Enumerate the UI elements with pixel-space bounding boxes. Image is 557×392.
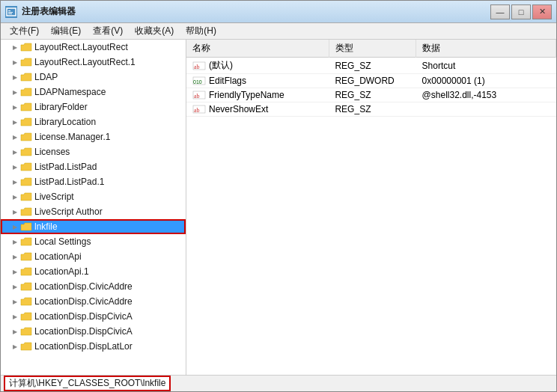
tree-item-label: LocationApi.1 bbox=[34, 266, 89, 277]
tree-item[interactable]: ▶lnkfile bbox=[1, 219, 186, 234]
tree-item-label: LibraryFolder bbox=[34, 102, 88, 112]
tree-item[interactable]: ▶LayoutRect.LayoutRect.1 bbox=[1, 55, 186, 70]
tree-item-label: ListPad.ListPad bbox=[34, 162, 97, 172]
tree-item[interactable]: ▶Licenses bbox=[1, 144, 186, 159]
registry-values[interactable]: 名称 类型 数据 ab(默认)REG_SZShortcut010EditFlag… bbox=[186, 40, 556, 375]
folder-icon bbox=[20, 192, 32, 202]
expand-icon[interactable]: ▶ bbox=[10, 147, 20, 157]
folder-icon bbox=[20, 281, 32, 292]
table-row[interactable]: 010EditFlagsREG_DWORD0x00000001 (1) bbox=[186, 74, 556, 88]
tree-item[interactable]: ▶LibraryFolder bbox=[1, 99, 186, 114]
tree-item-label: LocationDisp.DispCivicA bbox=[34, 311, 133, 322]
expand-icon[interactable]: ▶ bbox=[10, 42, 20, 52]
expand-icon[interactable]: ▶ bbox=[10, 72, 20, 82]
tree-item[interactable]: ▶LayoutRect.LayoutRect bbox=[1, 40, 186, 55]
maximize-button[interactable]: □ bbox=[511, 4, 531, 19]
menu-file[interactable]: 文件(F) bbox=[4, 23, 45, 39]
tree-item-label: LocationApi bbox=[34, 251, 82, 262]
expand-icon[interactable]: ▶ bbox=[10, 102, 20, 112]
tree-item[interactable]: ▶ListPad.ListPad bbox=[1, 159, 186, 174]
tree-item[interactable]: ▶LocationDisp.DispCivicA bbox=[1, 309, 186, 324]
expand-icon[interactable]: ▶ bbox=[10, 236, 20, 247]
folder-icon bbox=[20, 147, 32, 157]
svg-text:ab: ab bbox=[194, 107, 200, 114]
expand-icon[interactable]: ▶ bbox=[10, 117, 20, 127]
expand-icon[interactable]: ▶ bbox=[10, 311, 20, 322]
expand-icon[interactable]: ▶ bbox=[10, 162, 20, 172]
tree-item[interactable]: ▶LiveScript Author bbox=[1, 204, 186, 219]
table-row[interactable]: abNeverShowExtREG_SZ bbox=[186, 102, 556, 117]
expand-icon[interactable]: ▶ bbox=[10, 281, 20, 292]
expand-icon[interactable]: ▶ bbox=[10, 177, 20, 187]
tree-item[interactable]: ▶LiveScript bbox=[1, 189, 186, 204]
expand-icon[interactable]: ▶ bbox=[10, 221, 20, 232]
folder-icon bbox=[20, 251, 32, 262]
tree-item[interactable]: ▶License.Manager.1 bbox=[1, 129, 186, 144]
value-type: REG_DWORD bbox=[329, 74, 416, 88]
status-bar: 计算机\HKEY_CLASSES_ROOT\lnkfile bbox=[1, 375, 556, 391]
expand-icon[interactable]: ▶ bbox=[10, 132, 20, 142]
tree-item[interactable]: ▶LocationApi.1 bbox=[1, 264, 186, 279]
tree-item-label: LayoutRect.LayoutRect.1 bbox=[34, 57, 136, 67]
expand-icon[interactable]: ▶ bbox=[10, 87, 20, 97]
tree-item[interactable]: ▶LocationDisp.CivicAddre bbox=[1, 279, 186, 294]
col-data[interactable]: 数据 bbox=[416, 40, 556, 58]
col-name[interactable]: 名称 bbox=[186, 40, 329, 58]
value-data: @shell32.dll,-4153 bbox=[416, 88, 556, 102]
minimize-button[interactable]: — bbox=[490, 4, 510, 19]
col-type[interactable]: 类型 bbox=[329, 40, 416, 58]
tree-item-label: LocationDisp.CivicAddre bbox=[34, 296, 133, 307]
value-name: ab(默认) bbox=[186, 58, 329, 74]
expand-icon[interactable]: ▶ bbox=[10, 266, 20, 277]
tree-item[interactable]: ▶LocationDisp.DispLatLor bbox=[1, 339, 186, 354]
folder-icon bbox=[20, 162, 32, 172]
title-bar: 注册表编辑器 — □ ✕ bbox=[1, 1, 556, 23]
table-row[interactable]: abFriendlyTypeNameREG_SZ@shell32.dll,-41… bbox=[186, 88, 556, 102]
tree-item[interactable]: ▶Local Settings bbox=[1, 234, 186, 249]
expand-icon[interactable]: ▶ bbox=[10, 206, 20, 217]
tree-item[interactable]: ▶LocationApi bbox=[1, 249, 186, 264]
tree-item[interactable]: ▶ListPad.ListPad.1 bbox=[1, 174, 186, 189]
tree-item-label: LocationDisp.DispCivicA bbox=[34, 326, 133, 337]
folder-icon bbox=[20, 132, 32, 142]
value-type: REG_SZ bbox=[329, 58, 416, 74]
tree-item[interactable]: ▶LocationDisp.DispCivicA bbox=[1, 324, 186, 339]
tree-item-label: lnkfile bbox=[34, 221, 58, 232]
registry-path: 计算机\HKEY_CLASSES_ROOT\lnkfile bbox=[4, 376, 171, 391]
string-icon: ab bbox=[192, 61, 206, 71]
registry-tree[interactable]: ▶LayoutRect.LayoutRect▶LayoutRect.Layout… bbox=[1, 40, 186, 375]
expand-icon[interactable]: ▶ bbox=[10, 192, 20, 202]
close-button[interactable]: ✕ bbox=[532, 4, 552, 19]
string-icon: ab bbox=[192, 90, 206, 100]
tree-item[interactable]: ▶LibraryLocation bbox=[1, 114, 186, 129]
table-row[interactable]: ab(默认)REG_SZShortcut bbox=[186, 58, 556, 74]
value-name: abFriendlyTypeName bbox=[186, 88, 329, 102]
tree-item[interactable]: ▶LocationDisp.CivicAddre bbox=[1, 294, 186, 309]
value-data: Shortcut bbox=[416, 58, 556, 74]
value-name: abNeverShowExt bbox=[186, 102, 329, 117]
menu-view[interactable]: 查看(V) bbox=[87, 23, 129, 39]
expand-icon[interactable]: ▶ bbox=[10, 57, 20, 67]
folder-icon bbox=[20, 326, 32, 337]
string-icon: ab bbox=[192, 104, 206, 114]
app-icon bbox=[5, 6, 17, 18]
main-content: ▶LayoutRect.LayoutRect▶LayoutRect.Layout… bbox=[1, 40, 556, 375]
tree-item-label: LayoutRect.LayoutRect bbox=[34, 42, 128, 52]
expand-icon[interactable]: ▶ bbox=[10, 296, 20, 307]
tree-item-label: LDAP bbox=[34, 72, 58, 82]
expand-icon[interactable]: ▶ bbox=[10, 341, 20, 352]
value-name: 010EditFlags bbox=[186, 74, 329, 88]
tree-item-label: ListPad.ListPad.1 bbox=[34, 177, 104, 187]
expand-icon[interactable]: ▶ bbox=[10, 326, 20, 337]
tree-item[interactable]: ▶LDAPNamespace bbox=[1, 85, 186, 99]
menu-favorites[interactable]: 收藏夹(A) bbox=[129, 23, 180, 39]
folder-icon bbox=[20, 236, 32, 247]
menu-help[interactable]: 帮助(H) bbox=[180, 23, 222, 39]
value-type: REG_SZ bbox=[329, 102, 416, 117]
folder-icon bbox=[20, 296, 32, 307]
tree-item-label: LocationDisp.DispLatLor bbox=[34, 341, 133, 352]
folder-icon bbox=[20, 102, 32, 112]
tree-item[interactable]: ▶LDAP bbox=[1, 70, 186, 85]
expand-icon[interactable]: ▶ bbox=[10, 251, 20, 262]
menu-edit[interactable]: 编辑(E) bbox=[45, 23, 87, 39]
